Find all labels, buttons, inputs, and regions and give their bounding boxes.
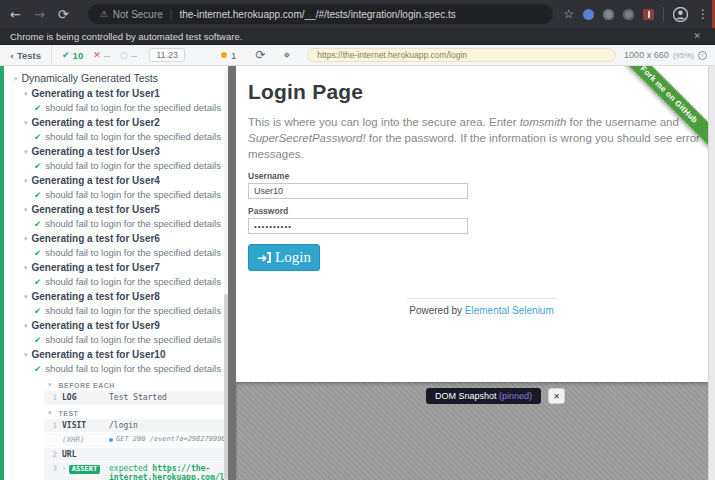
suite-block: ▾Generating a test for User5 ✔should fai… [14,204,222,230]
restart-tests-icon[interactable]: ⟳ [255,48,265,62]
elemental-selenium-link[interactable]: Elemental Selenium [465,305,554,316]
reporter-scrollbar[interactable] [224,66,228,480]
selector-playground-icon[interactable]: ⌖ [283,48,290,62]
suite-row[interactable]: ▾Generating a test for User3 [14,146,222,158]
failed-stat: ✕ -- [93,50,110,61]
passed-check-icon: ✔ [62,50,70,60]
sign-in-bracket-icon [267,252,271,263]
command-row-log[interactable]: 1 LOG Test Started [44,391,228,405]
command-method: (XHR) [62,435,109,444]
back-to-tests-button[interactable]: ‹ Tests [0,45,52,65]
address-url: the-internet.herokuapp.com/__/#/tests/in… [179,9,455,20]
test-row[interactable]: ✔should fail to login for the specified … [14,218,222,230]
check-icon: ✔ [34,103,41,113]
aut-container: Fork me on GitHub Login Page This is whe… [236,66,715,480]
suite-label: Generating a test for User10 [32,349,166,360]
unpin-snapshot-button[interactable]: ✕ [548,388,565,404]
powered-by-text: Powered by [409,305,465,316]
suite-row[interactable]: ▾Generating a test for User7 [14,262,222,274]
suite-row[interactable]: ▾Generating a test for User6 [14,233,222,245]
suite-label: Generating a test for User1 [32,88,160,99]
aut-url-input[interactable] [307,48,616,62]
extension-icon[interactable] [603,9,614,20]
command-row-url[interactable]: 2 URL [44,448,228,461]
command-row-xhr[interactable]: (XHR) GET 200 /event?a=2982799967&d=2982… [44,433,228,447]
section-label: TEST [58,410,78,417]
root-suite-row[interactable]: ▾Dynamically Generated Tests [14,72,222,85]
menu-kebab-icon[interactable]: ⋮ [697,7,709,21]
pinned-dot-icon [221,52,227,58]
test-label: should fail to login for the specified d… [45,102,221,113]
address-bar[interactable]: ⚠ Not Secure | the-internet.herokuapp.co… [88,4,554,24]
xhr-message: GET 200 /event?a=2982799967&d=2982799967… [116,435,228,445]
panel-divider[interactable] [228,66,236,480]
test-row[interactable]: ✔should fail to login for the specified … [14,102,222,114]
infobar-close-icon[interactable]: ✕ [693,31,701,41]
viewport-info-icon[interactable]: i [698,51,707,60]
viewport-info[interactable]: 1000 x 660 (95%) i [624,50,707,60]
chevron-down-icon: ▾ [24,235,28,243]
back-to-tests-label: Tests [17,50,41,61]
chevron-down-icon: ▾ [48,381,52,389]
test-row[interactable]: ✔should fail to login for the specified … [14,189,222,201]
suite-block-expanded: ▾Generating a test for User10 ✔should fa… [14,349,222,480]
test-section-header[interactable]: ▾ TEST [44,406,228,419]
xhr-dot-icon [109,438,113,442]
child-dash: - [62,464,67,473]
suite-row[interactable]: ▾Generating a test for User1 [14,88,222,100]
aut-url-bar[interactable] [307,48,616,62]
login-button[interactable]: ➜ Login [248,244,320,271]
password-field[interactable] [248,218,468,234]
suite-label: Generating a test for User3 [32,146,160,157]
suite-row[interactable]: ▾Generating a test for User10 [14,349,222,361]
check-icon: ✔ [34,161,41,171]
suite-row[interactable]: ▾Generating a test for User2 [14,117,222,129]
test-row[interactable]: ✔should fail to login for the specified … [14,131,222,143]
command-row-visit[interactable]: 1 VISIT /login [44,419,228,433]
profile-avatar-icon[interactable] [673,7,688,22]
scrollbar-thumb[interactable] [224,294,228,480]
extension-icon[interactable] [643,9,654,20]
check-icon: ✔ [34,277,41,287]
pass-indicator-strip [0,66,4,480]
forward-icon[interactable]: → [34,7,45,22]
aut-scrollbar[interactable] [708,66,715,480]
command-log: ▾ BEFORE EACH 1 LOG Test Started ▾ TEST … [44,378,228,480]
test-label: should fail to login for the specified d… [45,363,221,374]
check-icon: ✔ [34,364,41,374]
command-message: Test Started [109,393,228,403]
chevron-down-icon: ▾ [24,206,28,214]
command-number: 1 [44,421,57,430]
suite-row[interactable]: ▾Generating a test for User8 [14,291,222,303]
extension-icon[interactable] [623,9,634,20]
bookmark-star-icon[interactable]: ☆ [563,7,574,21]
chevron-down-icon: ▾ [24,177,28,185]
footer-divider [407,298,557,299]
test-row[interactable]: ✔should fail to login for the specified … [14,305,222,317]
reload-icon[interactable]: ⟳ [58,7,69,22]
test-label: should fail to login for the specified d… [45,334,221,345]
test-label: should fail to login for the specified d… [45,305,221,316]
chevron-down-icon: ▾ [24,351,28,359]
command-row-assert[interactable]: 3 -ASSERT expected https://the-internet.… [44,462,228,480]
assert-text: expected [109,464,152,473]
check-icon: ✔ [34,335,41,345]
extension-icon[interactable] [583,9,594,20]
description-text: for the username and [566,116,679,128]
cypress-toolbar: ‹ Tests ✔ 10 ✕ -- ○ -- 11.23 1 ⟳ ⌖ 1000 … [0,45,715,66]
test-row[interactable]: ✔should fail to login for the specified … [14,247,222,259]
username-field[interactable] [248,183,468,199]
before-each-section-header[interactable]: ▾ BEFORE EACH [44,378,228,391]
suite-row[interactable]: ▾Generating a test for User4 [14,175,222,187]
check-icon: ✔ [34,132,41,142]
test-row[interactable]: ✔should fail to login for the specified … [14,160,222,172]
dom-snapshot-badge: DOM Snapshot (pinned) [426,388,541,404]
pinned-indicator: 1 [221,50,236,61]
suite-row[interactable]: ▾Generating a test for User9 [14,320,222,332]
back-icon[interactable]: ← [10,7,21,22]
test-row[interactable]: ✔should fail to login for the specified … [14,334,222,346]
test-row[interactable]: ✔should fail to login for the specified … [14,276,222,288]
test-row[interactable]: ✔should fail to login for the specified … [14,363,222,375]
suite-row[interactable]: ▾Generating a test for User5 [14,204,222,216]
suite-label: Generating a test for User9 [32,320,160,331]
